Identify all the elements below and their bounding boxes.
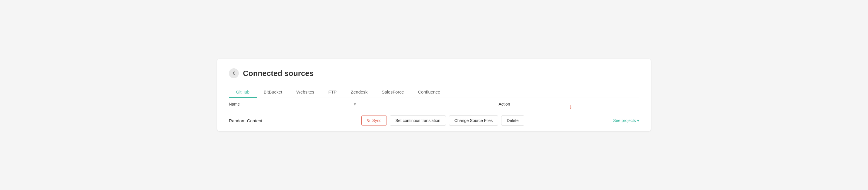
- change-source-files-button[interactable]: Change Source Files: [449, 116, 498, 126]
- source-tabs: GitHub BitBucket Websites FTP Zendesk Sa…: [229, 87, 639, 98]
- tab-github[interactable]: GitHub: [229, 87, 257, 98]
- row-source-name: Random-Content: [229, 118, 293, 123]
- red-arrow-indicator: ↓: [569, 103, 572, 110]
- filter-icon: ▼: [353, 102, 357, 106]
- tab-salesforce[interactable]: SalesForce: [374, 87, 411, 98]
- row-actions: ↻ Sync Set continous translation Change …: [293, 116, 592, 126]
- tab-zendesk[interactable]: Zendesk: [344, 87, 375, 98]
- delete-button[interactable]: Delete: [501, 116, 524, 126]
- connected-sources-card: Connected sources GitHub BitBucket Websi…: [217, 59, 651, 131]
- sync-icon: ↻: [367, 118, 370, 123]
- table-header: Name ▼ Action: [229, 98, 639, 110]
- page-title: Connected sources: [243, 69, 314, 78]
- col-header-action: Action: [416, 102, 592, 106]
- set-translation-button[interactable]: Set continous translation: [390, 116, 446, 126]
- back-button[interactable]: [229, 68, 239, 78]
- tab-websites[interactable]: Websites: [289, 87, 321, 98]
- page-header: Connected sources: [229, 68, 639, 78]
- col-header-name: Name: [229, 102, 293, 106]
- col-filter-icon[interactable]: ▼: [293, 102, 416, 106]
- tab-confluence[interactable]: Confluence: [411, 87, 447, 98]
- sync-button[interactable]: ↻ Sync: [361, 116, 387, 126]
- back-icon: [231, 71, 236, 76]
- tab-ftp[interactable]: FTP: [321, 87, 343, 98]
- table-row: ↓ Random-Content ↻ Sync Set continous tr…: [229, 110, 639, 131]
- see-projects-button[interactable]: See projects ▾: [592, 116, 639, 125]
- tab-bitbucket[interactable]: BitBucket: [257, 87, 289, 98]
- chevron-down-icon: ▾: [637, 118, 639, 123]
